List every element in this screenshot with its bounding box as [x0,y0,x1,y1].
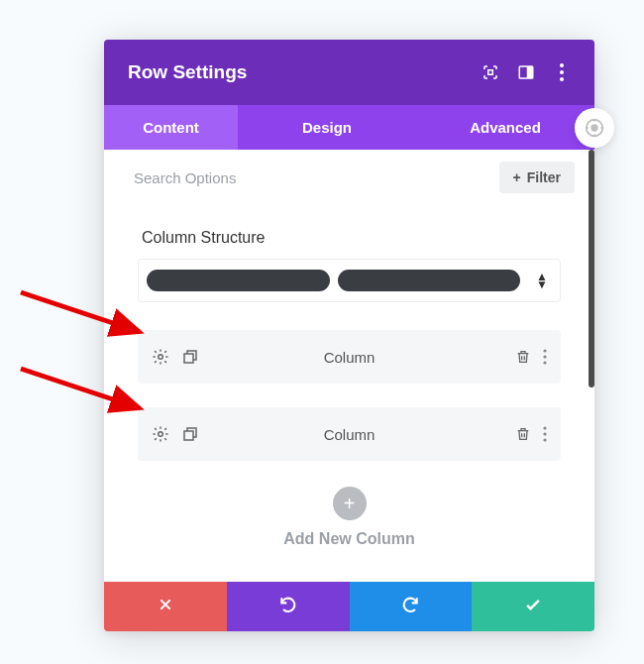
svg-point-3 [560,63,564,67]
duplicate-icon[interactable] [181,348,199,366]
column-structure-section: Column Structure ▲▼ [104,205,594,322]
cancel-button[interactable] [104,582,227,631]
more-icon[interactable] [543,349,547,365]
svg-point-5 [560,77,564,81]
svg-rect-14 [184,431,193,440]
column-label: Column [324,426,376,443]
search-row: + Filter [104,150,594,205]
tabs-bar: Content Design Advanced [104,105,594,150]
add-column-area: + Add New Column [104,485,594,582]
svg-point-16 [543,432,546,435]
add-column-label: Add New Column [104,530,594,548]
svg-rect-9 [184,354,193,363]
sort-handle-icon[interactable]: ▲▼ [536,273,548,288]
trash-icon[interactable] [515,425,531,443]
svg-point-13 [159,432,163,437]
header-actions [482,63,571,81]
structure-column-2 [338,270,521,291]
svg-point-11 [543,355,546,358]
svg-point-7 [591,125,597,131]
filter-button[interactable]: + Filter [499,162,575,193]
expand-icon[interactable] [482,63,499,81]
duplicate-icon[interactable] [181,425,199,443]
panel-body: + Filter Column Structure ▲▼ [104,150,594,582]
redo-button[interactable] [350,582,473,631]
tab-advanced[interactable]: Advanced [416,105,594,150]
undo-button[interactable] [227,582,350,631]
undo-icon [278,595,298,618]
columns-toggle-icon[interactable] [517,63,535,81]
add-column-button[interactable]: + [333,487,367,520]
svg-point-4 [560,70,564,74]
tab-design[interactable]: Design [238,105,416,150]
search-input[interactable] [134,169,487,186]
column-structure-title: Column Structure [142,229,561,247]
panel-title: Row Settings [128,61,247,83]
trash-icon[interactable] [515,348,531,366]
more-icon[interactable] [543,426,547,442]
column-structure-selector[interactable]: ▲▼ [138,259,561,302]
plus-icon: + [513,169,521,185]
preview-eye-button[interactable] [575,108,614,148]
more-menu-icon[interactable] [553,63,571,81]
svg-point-12 [543,361,546,364]
column-item[interactable]: Column [138,407,561,461]
redo-icon [400,595,420,618]
gear-icon[interactable] [152,348,169,366]
svg-rect-0 [488,70,493,75]
svg-point-10 [543,349,546,352]
tab-content[interactable]: Content [104,105,238,150]
plus-icon: + [344,493,356,515]
filter-button-label: Filter [527,169,561,185]
gear-icon[interactable] [152,425,169,443]
svg-point-8 [159,355,163,360]
column-label: Column [324,349,376,366]
column-item[interactable]: Column [138,330,561,384]
svg-point-17 [543,438,546,441]
close-icon [158,597,173,616]
svg-rect-2 [527,66,533,78]
scrollbar[interactable] [589,150,594,387]
save-button[interactable] [472,582,594,631]
row-settings-panel: Row Settings Content Design Advanced + [104,40,594,631]
column-list: Column [104,322,594,461]
panel-footer [104,582,594,631]
check-icon [523,595,543,618]
panel-header: Row Settings [104,40,594,105]
svg-point-15 [543,426,546,429]
structure-column-1 [147,270,330,291]
